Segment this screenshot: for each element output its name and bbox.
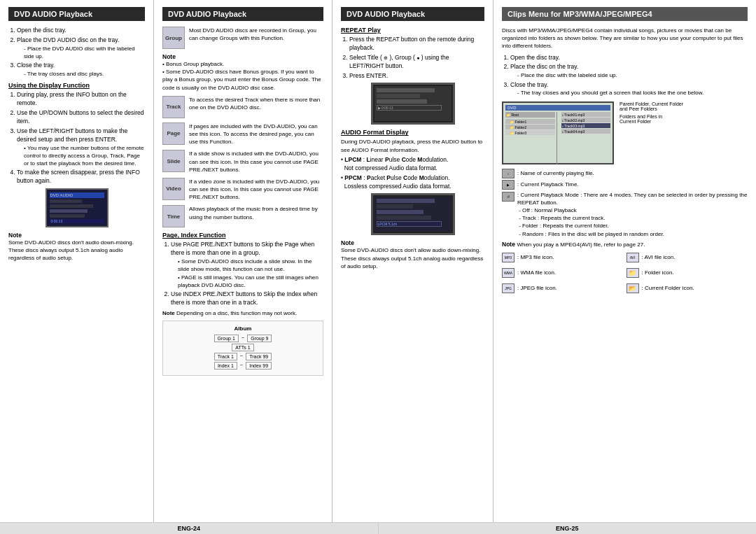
playback-mode-legend: ↺ : Current Playback Mode : There are 4 … xyxy=(502,191,748,238)
list-item: Place the DVD AUDIO disc on the tray. - … xyxy=(17,36,145,60)
folder-label: : Folder icon. xyxy=(642,269,674,276)
list-item: Select Title ( ⊕ ), Group ( ● ) using th… xyxy=(349,54,484,71)
repeat-play-title: REPEAT Play xyxy=(341,27,484,34)
track-icon: Track xyxy=(162,96,185,118)
avi-file-icon: AVI xyxy=(626,253,639,262)
list-item: Use INDEX PRE./NEXT buttons to Skip the … xyxy=(171,290,323,307)
time-icon-row: Time Allows playback of the music from a… xyxy=(162,205,323,227)
page-icon: Page xyxy=(162,122,185,145)
time-icon-text: Allows playback of the music from a desi… xyxy=(189,205,323,220)
diagram-item: Group 1 xyxy=(214,335,239,342)
audio-format-items: • LPCM : Linear Pulse Code Modulation. N… xyxy=(341,156,484,191)
clips-intro: Discs with MP3/WMA/JPEG/MPEG4 contain in… xyxy=(502,27,748,50)
column-2: DVD AUDIO Playback Group Most DVD AUDIO … xyxy=(154,0,332,522)
diagram-item: Index 1 xyxy=(214,362,237,370)
diagram-title: Album xyxy=(167,325,318,332)
lpcm-item: • LPCM : Linear Pulse Code Modulation. N… xyxy=(341,156,484,173)
wma-label: : WMA file icon. xyxy=(517,269,556,276)
diagram-separator: ~ xyxy=(241,335,244,342)
note-label-2: Note xyxy=(162,53,323,60)
ppcm-item: • PPCM : Packet Pulse Code Modulation. L… xyxy=(341,174,484,191)
now-playing-text: : Name of currently playing file. xyxy=(517,170,594,176)
list-item: Close the tray. - The tray closes and yo… xyxy=(510,81,748,97)
diagram-separator: ~ xyxy=(240,353,243,360)
note-text-4: When you play a MPEG4(AVI) file, refer t… xyxy=(517,241,645,248)
note-label-4: Note xyxy=(502,241,515,248)
diagram-separator: ~ xyxy=(240,362,243,370)
page-index-title: Page, Index Function xyxy=(162,232,323,239)
list-item: During play, press the INFO button on th… xyxy=(17,91,145,108)
col2-note: Note • Bonus Group playback.• Some DVD-A… xyxy=(162,53,323,92)
footer-bar: ENG-24 ENG-25 xyxy=(0,522,756,534)
jpeg-label: : JPEG file icon. xyxy=(517,285,557,291)
col1-note: Note Some DVD-AUDIO discs don't audio do… xyxy=(8,232,145,262)
clips-screen: DVD 📁 Root 📁 Folder1 📁 Folder2 📁 Folder3… xyxy=(502,101,614,164)
repeat-play-steps: Press the REPEAT button on the remote du… xyxy=(341,36,484,80)
current-folder-icon: 📂 xyxy=(626,283,639,293)
playback-time-icon: ▶ xyxy=(502,180,514,190)
video-icon: Video xyxy=(162,178,185,200)
diagram-item: Track 99 xyxy=(246,353,272,360)
group-icon: Group xyxy=(162,27,185,49)
album-diagram: Album Group 1 ~ Group 9 ATTs 1 Track 1 ~… xyxy=(162,321,323,376)
video-icon-text: If a video zone is included with the DVD… xyxy=(189,178,323,202)
footer-page-1: ENG-24 xyxy=(0,523,379,534)
folder-label-1: Parent Folder, Current Folderand Peer Fo… xyxy=(620,101,748,111)
clips-screen-titlebar: DVD xyxy=(505,105,610,111)
note-text-3: Some DVD-AUDIO discs don't allow audio d… xyxy=(341,246,484,270)
using-display-title: Using the Display Function xyxy=(8,82,145,89)
jpeg-icon-legend: JPG : JPEG file icon. xyxy=(502,283,624,293)
footer-page-2: ENG-25 xyxy=(379,523,757,534)
playback-mode-icon: ↺ xyxy=(502,192,514,202)
diagram-item: Group 9 xyxy=(247,335,272,342)
note-text-2: • Bonus Group playback.• Some DVD-AUDIO … xyxy=(162,60,323,92)
using-display-steps: During play, press the INFO button on th… xyxy=(8,91,145,185)
list-item: Press the REPEAT button on the remote du… xyxy=(349,36,484,52)
avi-label: : AVI file icon. xyxy=(642,254,676,260)
now-playing-legend: ♪ : Name of currently playing file. xyxy=(502,169,748,178)
page-index-steps: Use PAGE PRE./NEXT buttons to Skip the P… xyxy=(162,241,323,307)
file-icons-grid: MP3 : MP3 file icon. AVI : AVI file icon… xyxy=(502,251,748,295)
page-icon-text: If pages are included with the DVD-AUDIO… xyxy=(189,122,323,146)
playback-time-text: : Current Playback Time. xyxy=(517,181,579,188)
folder-icon: 📁 xyxy=(626,268,639,278)
audio-format-title: AUDIO Format Display xyxy=(341,129,484,136)
page-icon-row: Page If pages are included with the DVD-… xyxy=(162,122,323,146)
list-item: Open the disc tray. xyxy=(510,54,748,62)
wma-file-icon: WMA xyxy=(502,268,514,278)
note-label: Note xyxy=(8,232,145,239)
current-folder-label: : Current Folder icon. xyxy=(642,285,694,291)
page-container: DVD AUDIO Playback Open the disc tray. P… xyxy=(0,0,756,522)
col2-header: DVD AUDIO Playback xyxy=(162,7,323,21)
slide-icon-row: Slide If a slide show is included with t… xyxy=(162,150,323,174)
diagram-item: Track 1 xyxy=(214,353,237,360)
column-1: DVD AUDIO Playback Open the disc tray. P… xyxy=(0,0,154,522)
column-3: DVD AUDIO Playback REPEAT Play Press the… xyxy=(332,0,493,522)
video-icon-row: Video If a video zone is included with t… xyxy=(162,178,323,202)
mp3-label: : MP3 file icon. xyxy=(517,254,554,260)
slide-icon: Slide xyxy=(162,150,185,172)
col1-header: DVD AUDIO Playback xyxy=(8,7,145,21)
list-item: Open the disc tray. xyxy=(17,27,145,35)
folder-label-2: Folders and Files inCurrent Folder xyxy=(620,114,748,124)
audio-format-intro: During DVD-AUDIO playback, press the AUD… xyxy=(341,138,484,153)
group-icon-text: Most DVD AUDIO discs are recorded in Gro… xyxy=(189,27,323,42)
col4-header: Clips Menu for MP3/WMA/JPEG/MPEG4 xyxy=(502,7,748,21)
page-index-note: Note Depending on a disc, this function … xyxy=(162,310,323,316)
avi-icon-legend: AVI : AVI file icon. xyxy=(626,253,748,262)
list-item: Use the UP/DOWN buttons to select the de… xyxy=(17,109,145,126)
list-item: To make the screen disappear, press the … xyxy=(17,169,145,185)
playback-mode-text: : Current Playback Mode : There are 4 mo… xyxy=(517,191,748,238)
now-playing-icon: ♪ xyxy=(502,169,514,178)
mp3-icon-legend: MP3 : MP3 file icon. xyxy=(502,253,624,262)
track-icon-row: Track To access the desired Track when t… xyxy=(162,96,323,118)
folder-icon-legend: 📁 : Folder icon. xyxy=(626,268,748,278)
list-item: Use the LEFT/RIGHT buttons to make the d… xyxy=(17,127,145,167)
playback-time-legend: ▶ : Current Playback Time. xyxy=(502,180,748,190)
col3-header: DVD AUDIO Playback xyxy=(341,7,484,21)
folder-labels: Parent Folder, Current Folderand Peer Fo… xyxy=(620,101,748,164)
column-4: Clips Menu for MP3/WMA/JPEG/MPEG4 Discs … xyxy=(493,0,756,522)
list-item: Close the tray. - The tray closes and di… xyxy=(17,62,145,78)
slide-icon-text: If a slide show is included with the DVD… xyxy=(189,150,323,174)
screen-mockup-repeat: ▶ 0:00:13 xyxy=(371,83,455,125)
